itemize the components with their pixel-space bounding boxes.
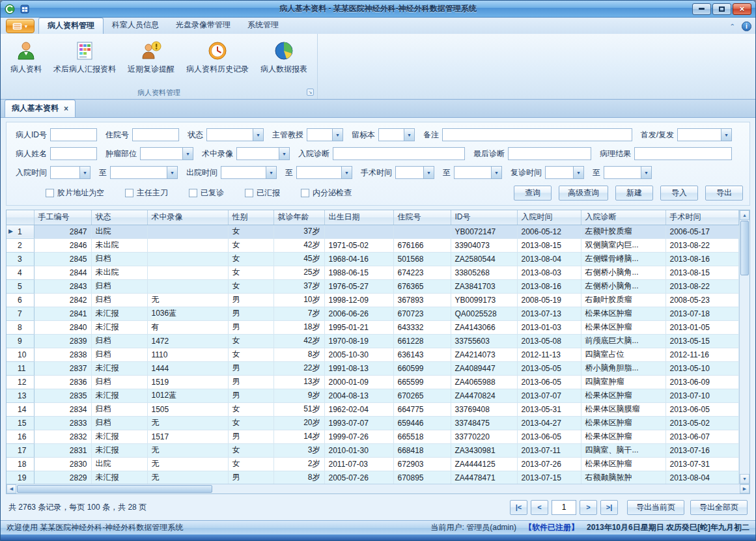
cell-birth_date[interactable]: 1988-06-15 <box>324 266 393 279</box>
horizontal-scrollbar[interactable]: ◀ ▶ <box>7 484 749 493</box>
cell-op_date[interactable]: 2013-06-07 <box>665 430 739 443</box>
cell-status[interactable]: 未汇报 <box>91 389 147 402</box>
cell-op_date[interactable]: 2013-08-22 <box>665 238 739 252</box>
cell-id_no[interactable]: ZA4478471 <box>451 471 517 484</box>
cell-age[interactable]: 20岁 <box>273 416 324 430</box>
query-button[interactable]: 查询 <box>514 186 552 201</box>
cell-age[interactable]: 25岁 <box>273 266 324 279</box>
checkbox-icon[interactable] <box>189 189 197 197</box>
chevron-down-icon[interactable]: ▼ <box>266 167 276 178</box>
cell-gender[interactable]: 男 <box>228 307 273 320</box>
cell-adm_diag[interactable]: 松果体区肿瘤 <box>581 320 665 334</box>
cell-op_video[interactable] <box>147 225 228 238</box>
cell-status[interactable]: 出院 <box>91 457 147 471</box>
cell-adm_date[interactable]: 2013-07-13 <box>517 307 581 320</box>
cell-birth_date[interactable]: 2005-07-26 <box>324 471 393 484</box>
table-row[interactable]: ▶12847出院女37岁YB00721472006-05-12左额叶胶质瘤200… <box>7 225 739 238</box>
cell-op_video[interactable]: 1505 <box>147 402 228 416</box>
chevron-down-icon[interactable]: ▼ <box>79 167 90 178</box>
filter-checkbox-1[interactable]: 主任主刀 <box>125 187 168 199</box>
cell-id_no[interactable]: ZA4444125 <box>451 457 517 471</box>
page-number-input[interactable] <box>552 500 576 515</box>
chevron-down-icon[interactable]: ▼ <box>279 148 289 160</box>
advanced-query-button[interactable]: 高级查询 <box>559 186 608 201</box>
cell-gender[interactable]: 男 <box>228 375 273 389</box>
filter-combo-2-3[interactable]: ▼ <box>296 166 352 179</box>
cell-id_no[interactable]: ZA3841703 <box>451 279 517 293</box>
cell-id_no[interactable]: 33755603 <box>451 334 517 348</box>
chevron-down-icon[interactable]: ▼ <box>341 167 352 178</box>
cell-birth_date[interactable]: 2010-01-30 <box>324 443 393 457</box>
cell-manual_no[interactable]: 2829 <box>34 471 91 484</box>
cell-adm_diag[interactable]: 松果体区肿瘤 <box>581 389 665 402</box>
cell-op_video[interactable] <box>147 238 228 252</box>
minimize-button[interactable] <box>692 3 711 15</box>
cell-id_no[interactable]: YB0072147 <box>451 225 517 238</box>
cell-id_no[interactable]: ZA2580544 <box>451 252 517 266</box>
ribbon-tab-disc-tape-management[interactable]: 光盘录像带管理 <box>167 18 239 34</box>
cell-status[interactable]: 未出院 <box>91 238 147 252</box>
ribbon-tab-system-management[interactable]: 系统管理 <box>239 18 287 34</box>
filter-combo-0-4[interactable]: ▼ <box>378 128 415 141</box>
cell-id_no[interactable]: ZA4143066 <box>451 320 517 334</box>
scroll-right-icon[interactable]: ▶ <box>740 484 749 493</box>
cell-id_no[interactable]: QA0025528 <box>451 307 517 320</box>
last-page-button[interactable]: >| <box>600 500 618 515</box>
cell-op_date[interactable]: 2013-08-22 <box>665 279 739 293</box>
filter-input-0-5[interactable] <box>442 128 632 141</box>
tab-close-icon[interactable]: × <box>64 105 68 113</box>
cell-manual_no[interactable]: 2834 <box>34 402 91 416</box>
grid-header-manual_no[interactable]: 手工编号 <box>34 210 91 225</box>
table-row[interactable]: 142834归档1505女51岁1962-02-0466477533769408… <box>7 402 739 416</box>
cell-id_no[interactable]: ZA4065988 <box>451 375 517 389</box>
cell-birth_date[interactable] <box>324 225 393 238</box>
ribbon-tab-department-staff-info[interactable]: 科室人员信息 <box>104 18 167 34</box>
table-row[interactable]: 162832未汇报1517男14岁1999-07-266655183377022… <box>7 430 739 443</box>
chevron-down-icon[interactable]: ▼ <box>573 167 583 178</box>
cell-adm_date[interactable]: 2013-05-05 <box>517 361 581 375</box>
checkbox-icon[interactable] <box>245 189 253 197</box>
cell-age[interactable]: 10岁 <box>273 293 324 307</box>
cell-op_video[interactable]: 无 <box>147 293 228 307</box>
cell-gender[interactable]: 女 <box>228 416 273 430</box>
filter-combo-2-1[interactable]: ▼ <box>110 166 178 179</box>
quick-access-window-icon[interactable] <box>20 5 29 14</box>
cell-id_no[interactable]: 33904073 <box>451 238 517 252</box>
cell-adm_no[interactable]: 501568 <box>393 252 451 266</box>
chevron-down-icon[interactable]: ▼ <box>641 167 651 178</box>
cell-gender[interactable]: 男 <box>228 430 273 443</box>
cell-adm_no[interactable]: 676365 <box>393 279 451 293</box>
cell-op_date[interactable]: 2013-05-10 <box>665 361 739 375</box>
cell-adm_no[interactable]: 668418 <box>393 443 451 457</box>
cell-birth_date[interactable]: 1991-08-13 <box>324 361 393 375</box>
cell-id_no[interactable]: 33748475 <box>451 416 517 430</box>
cell-status[interactable]: 归档 <box>91 375 147 389</box>
filter-combo-2-5[interactable]: ▼ <box>454 166 502 179</box>
filter-input-1-0[interactable] <box>50 147 97 160</box>
cell-adm_diag[interactable]: 左侧蝶骨嵴脑... <box>581 252 665 266</box>
checkbox-icon[interactable] <box>301 189 309 197</box>
cell-adm_date[interactable]: 2013-07-15 <box>517 471 581 484</box>
tab-patient-basic-info[interactable]: 病人基本资料 × <box>5 100 76 117</box>
cell-status[interactable]: 归档 <box>91 402 147 416</box>
filter-input-1-3[interactable] <box>333 147 465 160</box>
cell-op_video[interactable]: 1517 <box>147 430 228 443</box>
cell-id_no[interactable]: 33770220 <box>451 430 517 443</box>
filter-combo-0-2[interactable]: ▼ <box>206 128 264 141</box>
cell-id_no[interactable]: ZA3430981 <box>451 443 517 457</box>
cell-manual_no[interactable]: 2843 <box>34 279 91 293</box>
cell-op_video[interactable]: 1519 <box>147 375 228 389</box>
filter-combo-2-0[interactable]: ▼ <box>50 166 91 179</box>
filter-checkbox-3[interactable]: 已汇报 <box>245 187 280 199</box>
cell-birth_date[interactable]: 1995-01-21 <box>324 320 393 334</box>
table-row[interactable]: 182830出院无女2岁2011-07-03672903ZA4444125201… <box>7 457 739 471</box>
cell-adm_diag[interactable]: 右额颞脑脓肿 <box>581 471 665 484</box>
cell-status[interactable]: 归档 <box>91 416 147 430</box>
cell-manual_no[interactable]: 2835 <box>34 389 91 402</box>
cell-age[interactable]: 22岁 <box>273 361 324 375</box>
cell-adm_no[interactable]: 636143 <box>393 348 451 361</box>
cell-age[interactable]: 37岁 <box>273 225 324 238</box>
chevron-down-icon[interactable]: ▼ <box>182 148 193 160</box>
cell-birth_date[interactable]: 1962-02-04 <box>324 402 393 416</box>
cell-adm_date[interactable]: 2008-05-19 <box>517 293 581 307</box>
